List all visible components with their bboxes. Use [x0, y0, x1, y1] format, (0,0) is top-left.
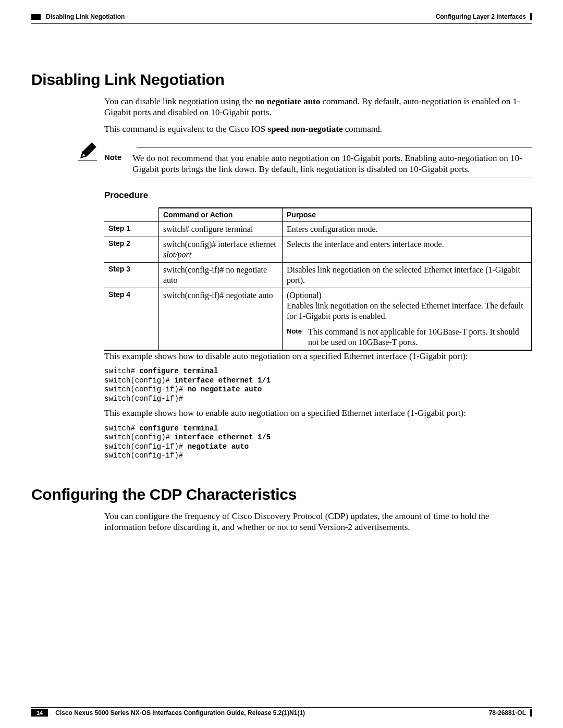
example-intro-1: This example shows how to disable auto n… — [104, 351, 532, 362]
bold-command-text: no negotiate auto — [255, 96, 321, 106]
section2-paragraph: You can configure the frequency of Cisco… — [104, 511, 532, 533]
table-header-row: Command or Action Purpose — [104, 208, 532, 222]
code-example-1: switch# configure terminal switch(config… — [104, 367, 532, 403]
command-cell: switch(config-if)# no negotiate auto — [159, 263, 283, 288]
table-header-command: Command or Action — [159, 208, 283, 222]
command-cell: switch(config-if)# negotiate auto — [159, 288, 283, 351]
page-header: Disabling Link Negotiation Configuring L… — [31, 13, 532, 20]
page-number-badge: 14 — [31, 709, 48, 717]
step-cell: Step 1 — [104, 222, 159, 237]
section-heading: Disabling Link Negotiation — [31, 71, 532, 89]
table-row: Step 1 switch# configure terminal Enters… — [104, 222, 532, 237]
inline-note: Note This command is not applicable for … — [287, 327, 527, 348]
table-row: Step 4 switch(config-if)# negotiate auto… — [104, 288, 532, 351]
footer-title: Cisco Nexus 5000 Series NX-OS Interfaces… — [55, 709, 305, 717]
step-cell: Step 3 — [104, 263, 159, 288]
footer-rule-mark-icon — [530, 709, 532, 717]
intro-paragraph-1: You can disable link negotiation using t… — [104, 96, 532, 118]
purpose-cell: (Optional) Enables link negotiation on t… — [283, 288, 532, 351]
footer-docid: 78-26881-OL — [489, 709, 526, 717]
note-pencil-icon — [78, 142, 97, 161]
example-intro-2: This example shows how to enable auto ne… — [104, 408, 532, 418]
code-example-2: switch# configure terminal switch(config… — [104, 424, 532, 461]
header-black-box-icon — [31, 14, 41, 20]
table-header-purpose: Purpose — [283, 208, 532, 222]
section-heading-2: Configuring the CDP Characteristics — [31, 486, 532, 503]
header-left-text: Disabling Link Negotiation — [46, 13, 125, 20]
procedure-heading: Procedure — [104, 190, 532, 201]
intro-paragraph-2: This command is equivalent to the Cisco … — [104, 124, 532, 134]
bold-command-text: speed non-negotiate — [268, 124, 343, 134]
inline-note-label: Note — [287, 327, 302, 348]
purpose-cell: Enters configuration mode. — [283, 222, 532, 237]
note-block: Note We do not recommend that you enable… — [104, 147, 532, 179]
table-row: Step 2 switch(config)# interface etherne… — [104, 237, 532, 263]
procedure-table: Command or Action Purpose Step 1 switch#… — [104, 207, 532, 351]
purpose-cell: Selects the interface and enters interfa… — [283, 237, 532, 263]
step-cell: Step 2 — [104, 237, 159, 263]
header-rule — [31, 23, 532, 24]
header-right-text: Configuring Layer 2 Interfaces — [436, 13, 526, 20]
table-row: Step 3 switch(config-if)# no negotiate a… — [104, 263, 532, 288]
note-text: We do not recommend that you enable auto… — [132, 153, 529, 175]
header-rule-mark-icon — [530, 13, 532, 20]
purpose-cell: Disables link negotiation on the selecte… — [283, 263, 532, 288]
command-cell: switch(config)# interface ethernet slot/… — [159, 237, 283, 263]
page-footer: 14 Cisco Nexus 5000 Series NX-OS Interfa… — [31, 707, 532, 717]
step-cell: Step 4 — [104, 288, 159, 351]
inline-note-text: This command is not applicable for 10GBa… — [308, 327, 527, 348]
table-header-step — [104, 208, 159, 222]
note-label: Note — [104, 153, 130, 163]
command-cell: switch# configure terminal — [159, 222, 283, 237]
